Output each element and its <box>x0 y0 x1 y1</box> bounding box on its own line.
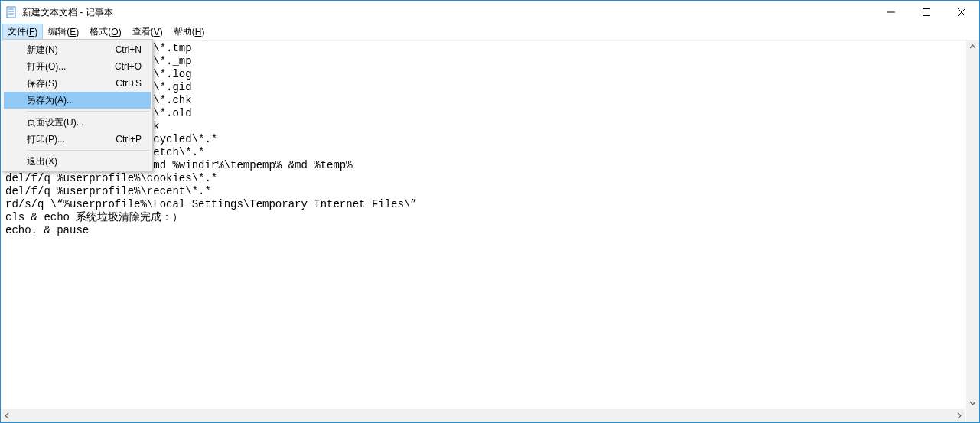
title-bar: 新建文本文档 - 记事本 <box>1 1 979 24</box>
file-menu-dropdown: 新建(N) Ctrl+N 打开(O)... Ctrl+O 保存(S) Ctrl+… <box>2 39 153 172</box>
minimize-button[interactable] <box>874 1 909 24</box>
menu-help[interactable]: 帮助(H) <box>168 24 210 40</box>
close-button[interactable] <box>944 1 979 24</box>
menu-item-exit[interactable]: 退出(X) <box>4 153 151 170</box>
menu-format[interactable]: 格式(O) <box>84 24 126 40</box>
scroll-v-track[interactable] <box>966 54 979 396</box>
scroll-left-button[interactable] <box>1 409 14 422</box>
menu-item-open[interactable]: 打开(O)... Ctrl+O <box>4 58 151 75</box>
scrollbar-corner <box>966 409 979 422</box>
scroll-right-button[interactable] <box>952 409 965 422</box>
scrollbar-vertical[interactable] <box>966 41 979 409</box>
menu-edit[interactable]: 编辑(E) <box>43 24 84 40</box>
menu-item-save-as[interactable]: 另存为(A)... <box>4 92 151 109</box>
menu-item-save[interactable]: 保存(S) Ctrl+S <box>4 75 151 92</box>
menu-bar: 文件(F) 编辑(E) 格式(O) 查看(V) 帮助(H) <box>1 24 979 41</box>
scroll-down-button[interactable] <box>966 396 979 409</box>
menu-view[interactable]: 查看(V) <box>127 24 168 40</box>
menu-separator <box>27 150 150 151</box>
svg-rect-0 <box>7 7 15 18</box>
menu-separator <box>27 111 150 112</box>
notepad-icon <box>5 6 18 18</box>
menu-item-new[interactable]: 新建(N) Ctrl+N <box>4 41 151 58</box>
menu-item-page-setup[interactable]: 页面设置(U)... <box>4 114 151 131</box>
scrollbar-horizontal[interactable] <box>1 409 965 422</box>
svg-rect-5 <box>923 9 930 16</box>
window-controls <box>874 1 979 24</box>
menu-file[interactable]: 文件(F) <box>2 24 43 40</box>
maximize-button[interactable] <box>909 1 944 24</box>
menu-item-print[interactable]: 打印(P)... Ctrl+P <box>4 131 151 148</box>
window-title: 新建文本文档 - 记事本 <box>22 6 874 19</box>
scroll-h-track[interactable] <box>14 409 952 422</box>
scroll-up-button[interactable] <box>966 41 979 54</box>
